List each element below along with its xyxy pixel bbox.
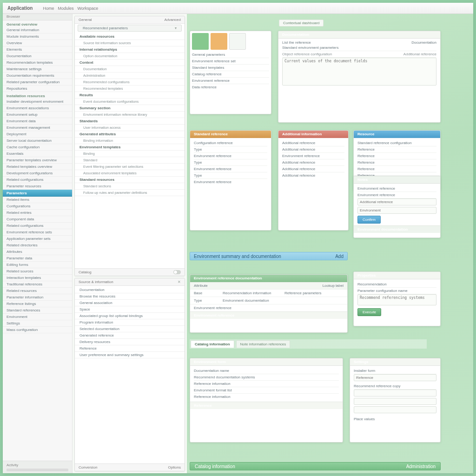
panel-row[interactable]: Binding bbox=[75, 151, 185, 157]
properties-textarea[interactable] bbox=[357, 294, 436, 305]
panel-row[interactable]: Standards bbox=[75, 118, 185, 125]
swatch-blank[interactable] bbox=[229, 33, 246, 50]
list-item[interactable]: General parameters bbox=[192, 52, 269, 58]
panel-row[interactable]: Event documentation configurations bbox=[75, 99, 185, 105]
sidebar-item[interactable]: Interaction templates bbox=[3, 275, 72, 281]
notes-input-1[interactable] bbox=[357, 198, 436, 205]
sidebar-item[interactable]: Related directories bbox=[3, 242, 72, 249]
list-item[interactable]: Catalog reference bbox=[192, 71, 269, 78]
properties-execute-button[interactable]: Execute bbox=[357, 308, 381, 316]
panel-row[interactable]: Documentation bbox=[75, 287, 185, 293]
sidebar-item[interactable]: Installer development environment bbox=[3, 99, 72, 105]
panel-row[interactable]: Environment templates bbox=[75, 144, 185, 151]
sidebar-item[interactable]: Related parameter configuration bbox=[3, 79, 72, 86]
sidebar-item[interactable]: Attributes bbox=[3, 249, 72, 255]
panel-row[interactable]: General association bbox=[75, 300, 185, 306]
list-item[interactable]: Environment reference bbox=[192, 78, 269, 84]
panel-row[interactable]: Program information bbox=[75, 319, 185, 326]
sidebar-item[interactable]: Parameter templates overview bbox=[3, 157, 72, 164]
panel-row[interactable]: Follow-up rules and parameter definition… bbox=[75, 190, 185, 196]
sidebar-item[interactable]: Documentation requirements bbox=[3, 73, 72, 79]
sidebar-item[interactable]: Related configurations bbox=[3, 223, 72, 229]
sidebar-item[interactable]: Related templates overview bbox=[3, 164, 72, 170]
swatch-orange[interactable] bbox=[211, 33, 227, 50]
panel-row[interactable]: Summary section bbox=[75, 105, 185, 112]
canvas-footer-right[interactable]: Administration bbox=[406, 464, 436, 469]
panel-row[interactable]: Internal relationships bbox=[75, 46, 185, 53]
panel-row[interactable]: Standard resources bbox=[75, 177, 185, 183]
list-item[interactable]: Environment reference set bbox=[192, 58, 269, 65]
crumb-0[interactable]: Home bbox=[43, 6, 54, 11]
sidebar-item[interactable]: General information bbox=[3, 27, 72, 33]
sidebar-item[interactable]: Related sources bbox=[3, 268, 72, 275]
sidebar-item[interactable]: Parameter information bbox=[3, 294, 72, 301]
sidebar-item[interactable]: Maintenance settings bbox=[3, 66, 72, 73]
sidebar-item[interactable]: Reference listings bbox=[3, 301, 72, 307]
sidebar-item[interactable]: Essentials bbox=[3, 151, 72, 157]
sidebar-item[interactable]: Environment bbox=[3, 314, 72, 320]
panel-row[interactable]: Associated environment templates bbox=[75, 170, 185, 177]
panel-row[interactable]: Selected documentation bbox=[75, 326, 185, 332]
notes-confirm-button[interactable]: Confirm bbox=[357, 216, 381, 224]
sidebar-item[interactable]: Settings bbox=[3, 320, 72, 327]
sidebar-item[interactable]: Configurations bbox=[3, 203, 72, 210]
panel-row[interactable]: Available resources bbox=[75, 33, 185, 40]
panel-row[interactable]: User preference and summary settings bbox=[75, 352, 185, 358]
list-item[interactable]: Standard templates bbox=[192, 65, 269, 71]
panel-row[interactable]: Delivery resources bbox=[75, 339, 185, 345]
sidebar-item[interactable]: Environment management bbox=[3, 125, 72, 131]
panel-row[interactable]: Standard sections bbox=[75, 183, 185, 190]
right-form-input-2[interactable] bbox=[354, 390, 436, 397]
sidebar-item[interactable]: Development configurations bbox=[3, 170, 72, 177]
table-row[interactable]: TypeEnvironment documentation bbox=[190, 297, 347, 304]
canvas-footer-left[interactable]: Catalog information bbox=[195, 464, 235, 469]
notes-input-2[interactable] bbox=[357, 207, 436, 214]
panel-row[interactable]: Context bbox=[75, 60, 185, 66]
sidebar-item[interactable]: Documentation bbox=[3, 53, 72, 60]
panel-source-foot-right[interactable]: Options bbox=[168, 465, 181, 469]
sidebar-item[interactable]: Related items bbox=[3, 197, 72, 203]
panel-row[interactable]: Generated attributes bbox=[75, 131, 185, 138]
table-row[interactable]: Environment reference bbox=[190, 304, 347, 311]
close-icon[interactable]: ✕ bbox=[178, 280, 181, 284]
summary-bar-pill[interactable]: Add bbox=[335, 254, 344, 258]
crumb-1[interactable]: Modules bbox=[58, 6, 73, 11]
panel-row[interactable]: Generated reference bbox=[75, 332, 185, 339]
sidebar-item[interactable]: Environment data bbox=[3, 118, 72, 125]
sidebar-item[interactable]: Related entries bbox=[3, 210, 72, 216]
detail-textarea[interactable] bbox=[282, 58, 436, 86]
crumb-2[interactable]: Workspace bbox=[78, 6, 99, 11]
sidebar-item[interactable]: Related configurations bbox=[3, 177, 72, 183]
panel-general-select[interactable]: Recommended parameters ▾ bbox=[78, 25, 182, 32]
panel-row[interactable]: Reference bbox=[75, 345, 185, 352]
panel-row[interactable]: Administration bbox=[75, 73, 185, 79]
sidebar-item[interactable]: Environment associations bbox=[3, 105, 72, 112]
sidebar-item[interactable]: Application parameter sets bbox=[3, 236, 72, 242]
panel-row[interactable]: Documentation bbox=[75, 66, 185, 73]
panel-row[interactable]: Binding information bbox=[75, 138, 185, 144]
sidebar-item[interactable]: Parameters bbox=[3, 190, 72, 197]
right-form-input-3[interactable] bbox=[354, 398, 436, 405]
panel-row[interactable]: Browse the resources bbox=[75, 293, 185, 300]
right-form-input-1[interactable] bbox=[354, 374, 436, 381]
sidebar-item[interactable]: Traditional references bbox=[3, 281, 72, 288]
tab-0[interactable]: Catalog information bbox=[191, 340, 234, 348]
panel-row[interactable]: Space bbox=[75, 306, 185, 313]
sidebar-item[interactable]: Cache configuration bbox=[3, 144, 72, 151]
sidebar-item[interactable]: Module instruments bbox=[3, 33, 72, 40]
panel-general-toggle[interactable] bbox=[173, 270, 181, 274]
sidebar-item[interactable]: Component data bbox=[3, 216, 72, 223]
list-item[interactable]: Data reference bbox=[192, 84, 269, 90]
panel-row[interactable]: Environment information reference librar… bbox=[75, 112, 185, 118]
panel-row[interactable]: Standard bbox=[75, 157, 185, 164]
sidebar-item[interactable]: Server local documentation bbox=[3, 138, 72, 144]
sidebar-item[interactable]: Mass configuration bbox=[3, 327, 72, 333]
sidebar-item[interactable]: Standard references bbox=[3, 307, 72, 314]
panel-row[interactable]: Associated group list optional bindings bbox=[75, 313, 185, 319]
tab-1[interactable]: Note information references bbox=[236, 340, 291, 348]
sidebar-item[interactable]: Recommendation templates bbox=[3, 60, 72, 66]
panel-row[interactable]: Results bbox=[75, 92, 185, 99]
panel-row[interactable]: Option documentation bbox=[75, 53, 185, 60]
panel-row[interactable]: Recommended configurations bbox=[75, 79, 185, 86]
sidebar-item[interactable]: Environment reference sets bbox=[3, 229, 72, 236]
